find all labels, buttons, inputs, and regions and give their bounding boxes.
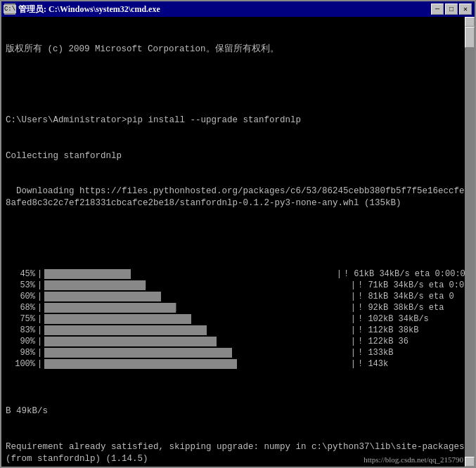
progress-bar-5: ████████████████████████████████: [44, 325, 349, 336]
progress-pipe-right-6: |: [351, 336, 356, 347]
progress-info-4: ! 102kB 34kB/s: [358, 313, 470, 325]
progress-row-0: 45% | █████████████████ | ! 61kB 34kB/s …: [6, 268, 470, 280]
progress-bar-6: ██████████████████████████████████: [44, 336, 349, 347]
progress-pipe-left-6: |: [37, 336, 42, 347]
close-button[interactable]: ✕: [459, 4, 472, 15]
scrollbar[interactable]: ▲ ▼: [465, 17, 475, 467]
progress-label-6: 90%: [6, 336, 35, 347]
scrollbar-thumb[interactable]: [465, 27, 475, 48]
progress-pipe-right-4: |: [351, 313, 356, 325]
scrollbar-track[interactable]: [465, 27, 475, 457]
progress-pipe-right-5: |: [351, 325, 356, 336]
progress-pipe-left-4: |: [37, 313, 42, 325]
progress-row-1: 53% | ████████████████████ | ! 71kB 34kB…: [6, 280, 470, 291]
progress-pipe-left-7: |: [37, 347, 42, 358]
speed-line: B 49kB/s: [6, 405, 470, 417]
window-controls: ─ □ ✕: [431, 4, 472, 15]
progress-label-8: 100%: [6, 358, 35, 370]
progress-info-0: ! 61kB 34kB/s eta 0:00:00: [344, 268, 470, 280]
maximize-button[interactable]: □: [445, 4, 458, 15]
progress-pipe-left-1: |: [37, 280, 42, 291]
downloading1-line: Downloading https://files.pythonhosted.o…: [6, 186, 470, 209]
progress-label-0: 45%: [6, 268, 35, 280]
progress-info-1: ! 71kB 34kB/s eta 0:00: [358, 280, 470, 291]
cmd-icon: C:\: [4, 4, 15, 15]
progress-label-5: 83%: [6, 325, 35, 336]
title-bar-left: C:\ 管理员: C:\Windows\system32\cmd.exe: [4, 4, 160, 15]
title-bar: C:\ 管理员: C:\Windows\system32\cmd.exe ─ □…: [1, 1, 475, 17]
window: C:\ 管理员: C:\Windows\system32\cmd.exe ─ □…: [0, 0, 476, 468]
progress-info-6: ! 122kB 36: [358, 336, 470, 347]
scroll-up-arrow[interactable]: ▲: [465, 17, 475, 27]
progress-section: 45% | █████████████████ | ! 61kB 34kB/s …: [6, 245, 470, 370]
progress-info-3: ! 92kB 38kB/s eta: [358, 302, 470, 313]
progress-pipe-right-0: |: [337, 268, 342, 280]
progress-label-7: 98%: [6, 347, 35, 358]
progress-row-2: 60% | ███████████████████████ | ! 81kB 3…: [6, 291, 470, 302]
command-line: C:\Users\Administrator>pip install --upg…: [6, 115, 470, 126]
progress-row-5: 83% | ████████████████████████████████ |…: [6, 325, 470, 336]
progress-pipe-right-3: |: [351, 302, 356, 313]
progress-row-3: 68% | ██████████████████████████ | ! 92k…: [6, 302, 470, 313]
console-content: 版权所有 (c) 2009 Microsoft Corporation。保留所有…: [6, 20, 470, 464]
progress-pipe-right-8: |: [351, 358, 356, 370]
progress-pipe-right-7: |: [351, 347, 356, 358]
progress-info-5: ! 112kB 38kB: [358, 325, 470, 336]
blank-line: [6, 79, 470, 91]
progress-pipe-left-2: |: [37, 291, 42, 302]
progress-info-8: ! 143k: [358, 358, 470, 370]
collecting-line: Collecting stanfordnlp: [6, 150, 470, 162]
progress-info-7: ! 133kB: [358, 347, 470, 358]
progress-bar-1: ████████████████████: [44, 280, 349, 291]
progress-row-8: 100% | █████████████████████████████████…: [6, 358, 470, 370]
progress-pipe-left-0: |: [37, 268, 42, 280]
progress-pipe-left-3: |: [37, 302, 42, 313]
watermark: https://blog.csdn.net/qq_215790: [364, 455, 463, 465]
progress-row-6: 90% | ██████████████████████████████████…: [6, 336, 470, 347]
progress-info-2: ! 81kB 34kB/s eta 0: [358, 291, 470, 302]
progress-bar-2: ███████████████████████: [44, 291, 349, 302]
minimize-button[interactable]: ─: [431, 4, 444, 15]
window-title: 管理员: C:\Windows\system32\cmd.exe: [18, 4, 160, 15]
progress-row-7: 98% | ██████████████████████████████████…: [6, 347, 470, 358]
progress-bar-7: █████████████████████████████████████: [44, 347, 349, 358]
progress-pipe-right-2: |: [351, 291, 356, 302]
progress-label-3: 68%: [6, 302, 35, 313]
progress-pipe-left-5: |: [37, 325, 42, 336]
progress-label-2: 60%: [6, 291, 35, 302]
progress-row-4: 75% | █████████████████████████████ | ! …: [6, 313, 470, 325]
progress-bar-3: ██████████████████████████: [44, 302, 349, 313]
progress-bar-8: ██████████████████████████████████████: [44, 358, 349, 370]
progress-label-1: 53%: [6, 280, 35, 291]
progress-pipe-right-1: |: [351, 280, 356, 291]
progress-pipe-left-8: |: [37, 358, 42, 370]
console-body: 版权所有 (c) 2009 Microsoft Corporation。保留所有…: [1, 17, 475, 467]
progress-label-4: 75%: [6, 313, 35, 325]
progress-bar-4: █████████████████████████████: [44, 313, 349, 325]
copyright-line: 版权所有 (c) 2009 Microsoft Corporation。保留所有…: [6, 44, 470, 56]
progress-bar-0: █████████████████: [44, 268, 335, 280]
scroll-down-arrow[interactable]: ▼: [465, 457, 475, 467]
